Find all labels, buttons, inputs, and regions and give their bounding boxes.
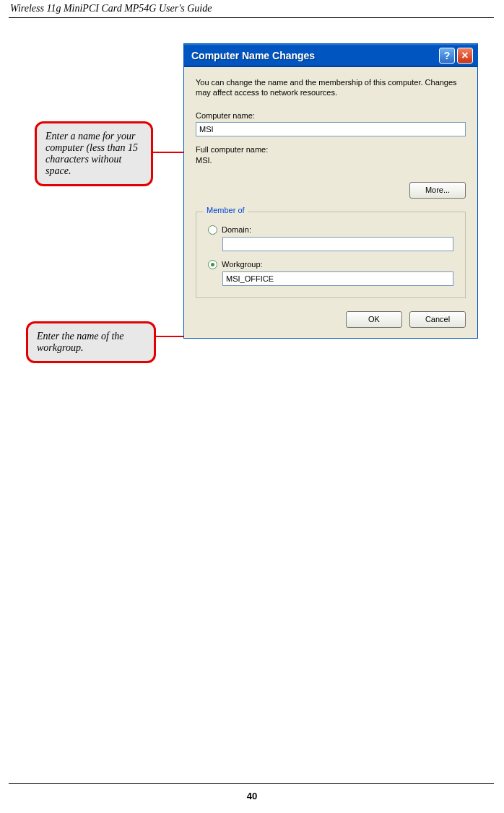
workgroup-label: Workgroup: (222, 260, 263, 269)
radio-dot-icon (211, 263, 214, 266)
workgroup-input[interactable] (222, 271, 453, 286)
dialog-computer-name-changes: Computer Name Changes ? × You can change… (183, 43, 478, 339)
callout-workgroup: Enter the name of the workgroup. (26, 321, 156, 363)
full-computer-name-value: MSI. (196, 156, 466, 165)
ok-button[interactable]: OK (346, 311, 402, 328)
member-of-legend: Member of (204, 206, 248, 214)
radio-unchecked-icon (208, 225, 217, 235)
header-rule (9, 17, 494, 18)
page-number: 40 (0, 791, 504, 801)
titlebar: Computer Name Changes ? × (184, 44, 477, 67)
dialog-body: You can change the name and the membersh… (184, 67, 477, 338)
footer-rule (9, 783, 494, 784)
member-of-group: Member of Domain: Workgroup: (196, 212, 466, 298)
domain-input-wrapper (222, 237, 453, 251)
more-button-row: More... (196, 182, 466, 199)
cancel-button[interactable]: Cancel (409, 311, 466, 328)
radio-checked-icon (208, 260, 217, 269)
titlebar-buttons: ? × (439, 48, 473, 64)
close-button[interactable]: × (457, 48, 473, 64)
help-button[interactable]: ? (439, 48, 455, 64)
domain-input[interactable] (222, 237, 453, 251)
dialog-button-row: OK Cancel (196, 311, 466, 328)
dialog-title: Computer Name Changes (191, 50, 315, 61)
domain-radio-row[interactable]: Domain: (208, 225, 453, 235)
computer-name-label: Computer name: (196, 111, 466, 120)
full-name-section: Full computer name: MSI. (196, 145, 466, 165)
more-button[interactable]: More... (409, 182, 466, 199)
close-icon: × (461, 49, 468, 62)
callout-computer-name: Enter a name for your computer (less tha… (35, 121, 153, 186)
document-header: Wireless 11g MiniPCI Card MP54G User's G… (10, 3, 212, 14)
computer-name-input[interactable] (196, 122, 466, 136)
domain-label: Domain: (222, 225, 251, 234)
workgroup-input-wrapper (222, 271, 453, 286)
full-computer-name-label: Full computer name: (196, 145, 466, 154)
help-icon: ? (444, 50, 451, 61)
dialog-info-text: You can change the name and the membersh… (196, 77, 466, 98)
workgroup-radio-row[interactable]: Workgroup: (208, 260, 453, 269)
